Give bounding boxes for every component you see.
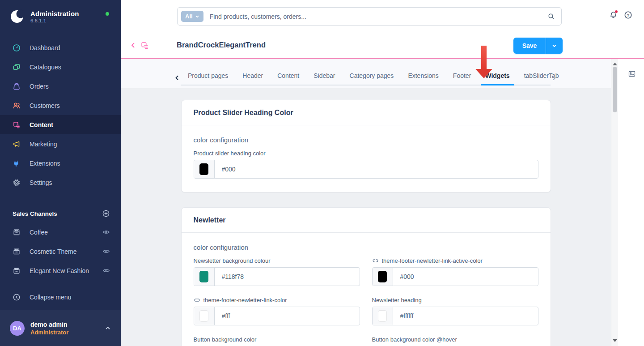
smart-bar: BrandCrockElegantTrend Save (121, 33, 644, 59)
search-scope-label: All (185, 13, 193, 20)
tab-list: Product pages Header Content Sidebar Cat… (181, 59, 551, 85)
tab-sidebar[interactable]: Sidebar (314, 72, 335, 85)
tab-header[interactable]: Header (242, 72, 263, 85)
save-options-chevron[interactable] (546, 38, 563, 54)
topbar-icons: ? (609, 11, 632, 19)
sidebar-item-dashboard[interactable]: Dashboard (0, 38, 121, 57)
color-swatch-button[interactable] (373, 307, 393, 325)
field-grid: Newsletter background colour (194, 257, 538, 346)
color-swatch-button[interactable] (194, 160, 215, 178)
theme-config-scroll-area: Product pages Header Content Sidebar Cat… (121, 59, 611, 346)
extensions-icon (13, 159, 21, 167)
storefront-icon (13, 267, 21, 275)
field-label-text: Product slider heading color (194, 150, 266, 157)
search-icon[interactable] (541, 13, 561, 20)
chevron-up-icon (105, 325, 111, 331)
logo-text: Administration 6.6.1.1 (30, 10, 79, 23)
sidebar-item-label: Catalogues (30, 64, 61, 71)
scroll-up-arrow[interactable] (613, 63, 617, 65)
search-scope-dropdown[interactable]: All (181, 11, 203, 22)
sidebar-item-label: Content (30, 121, 53, 128)
sidebar-item-content[interactable]: Content (0, 115, 121, 134)
sales-channel-elegant-new-fashion[interactable]: Elegant New Fashion (0, 261, 121, 280)
color-value-input[interactable] (393, 307, 538, 325)
sidebar-item-extensions[interactable]: Extensions (0, 154, 121, 173)
sidebar-item-customers[interactable]: Customers (0, 96, 121, 115)
collapse-menu-button[interactable]: Collapse menu (0, 287, 121, 307)
sidebar-item-marketing[interactable]: Marketing (0, 134, 121, 154)
color-swatch (199, 310, 208, 322)
sales-channel-label: Cosmetic Theme (30, 248, 77, 255)
sales-channel-label: Coffee (30, 229, 48, 236)
catalogues-icon (13, 63, 21, 71)
right-gutter (618, 59, 644, 346)
tabs-scroll-left-icon[interactable] (174, 75, 179, 81)
eye-icon[interactable] (102, 248, 110, 255)
image-placeholder-icon (628, 70, 636, 78)
help-icon[interactable]: ? (624, 11, 632, 19)
sidebar-item-catalogues[interactable]: Catalogues (0, 57, 121, 77)
tabs-scroll-right-icon[interactable] (552, 75, 557, 81)
sidebar-item-orders[interactable]: Orders (0, 77, 121, 96)
field-label: theme-footer-newletter-link-active-color (372, 257, 538, 264)
content-row: Product pages Header Content Sidebar Cat… (121, 59, 644, 346)
tab-footer[interactable]: Footer (453, 72, 471, 85)
inheritance-link-icon[interactable] (372, 257, 379, 264)
field-label-text: Newsletter background colour (194, 257, 271, 264)
field-button-background-color: Button background color (194, 336, 360, 346)
tab-category-pages[interactable]: Category pages (350, 72, 394, 85)
page-title: BrandCrockElegantTrend (177, 41, 266, 49)
scroll-down-arrow[interactable] (613, 339, 617, 342)
field-label: Button background color @hover (372, 336, 538, 343)
sales-channel-coffee[interactable]: Coffee (0, 222, 121, 242)
sales-channels-header: Sales Channels (0, 208, 121, 219)
field-label-text: theme-footer-newletter-link-color (203, 297, 287, 303)
sidebar: Administration 6.6.1.1 Dashboard Catalog… (0, 0, 121, 346)
sales-channels-title: Sales Channels (13, 210, 57, 217)
field-product-slider-heading-color: Product slider heading color (194, 150, 538, 179)
global-search: All (177, 7, 562, 26)
color-value-input[interactable] (215, 160, 538, 178)
tab-content[interactable]: Content (277, 72, 299, 85)
sidebar-item-settings[interactable]: Settings (0, 173, 121, 192)
field-newletter-link-color: theme-footer-newletter-link-color (194, 297, 360, 325)
administration-app: Administration 6.6.1.1 Dashboard Catalog… (0, 0, 644, 346)
logo-row: Administration 6.6.1.1 (0, 0, 121, 33)
field-newsletter-background-colour: Newsletter background colour (194, 257, 360, 286)
dashboard-icon (13, 44, 21, 52)
color-value-input[interactable] (215, 268, 360, 286)
color-swatch-button[interactable] (373, 268, 393, 286)
user-menu[interactable]: DA demo admin Administrator (0, 310, 121, 346)
color-value-input[interactable] (215, 307, 360, 325)
color-value-input[interactable] (393, 268, 538, 286)
eye-icon[interactable] (102, 267, 110, 274)
tab-widgets[interactable]: Widgets (485, 72, 509, 85)
colorpicker-input (372, 307, 538, 325)
sidebar-item-label: Dashboard (30, 44, 60, 51)
orders-icon (13, 82, 21, 90)
card-title: Product Slider Heading Color (182, 100, 551, 125)
save-button[interactable]: Save (513, 38, 546, 54)
tab-product-pages[interactable]: Product pages (188, 72, 228, 85)
add-sales-channel-button[interactable] (102, 209, 110, 218)
field-label-text: Button background color (194, 336, 257, 343)
save-split-button: Save (513, 38, 563, 54)
sidebar-item-label: Marketing (30, 141, 57, 148)
eye-icon[interactable] (102, 228, 110, 236)
search-input[interactable] (203, 13, 541, 20)
color-swatch-button[interactable] (194, 307, 215, 325)
card-product-slider-heading-color: Product Slider Heading Color color confi… (181, 100, 551, 192)
tab-extensions[interactable]: Extensions (408, 72, 438, 85)
sales-channel-cosmetic-theme[interactable]: Cosmetic Theme (0, 242, 121, 261)
marketing-icon (13, 140, 21, 148)
settings-gear-icon (13, 179, 21, 187)
notifications-bell-icon[interactable] (609, 11, 618, 19)
back-button[interactable] (130, 42, 137, 49)
section-label: color configuration (194, 136, 538, 144)
color-swatch-button[interactable] (194, 268, 215, 286)
scrollbar-thumb[interactable] (613, 67, 617, 112)
color-swatch (378, 271, 387, 282)
inheritance-link-icon[interactable] (194, 297, 200, 303)
field-label: Product slider heading color (194, 150, 538, 157)
content-icon (13, 121, 21, 129)
